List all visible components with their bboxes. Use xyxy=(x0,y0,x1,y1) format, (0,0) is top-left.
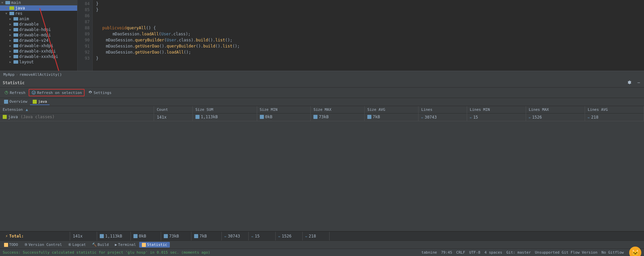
total-size-sum: 1,113kB xyxy=(105,234,122,238)
refresh-on-selection-button[interactable]: Refresh on selection xyxy=(29,89,84,96)
refresh-button[interactable]: Refresh xyxy=(2,90,27,96)
total-lines-avg-icon: ✏ xyxy=(305,234,307,238)
tab-build[interactable]: 🔨 Build xyxy=(89,242,112,248)
tab-statistic[interactable]: Statistic xyxy=(139,242,170,248)
total-lines-cell: ✏ 30743 xyxy=(222,232,249,241)
tree-item-anim[interactable]: ▶ anim xyxy=(0,16,77,22)
col-lines-max[interactable]: Lines MAX xyxy=(526,106,585,114)
vc-label: Version Control xyxy=(29,243,62,247)
status-bar: Success: Successfully calculated statist… xyxy=(0,249,644,256)
tab-java-label: java xyxy=(38,99,47,104)
size-max-icon xyxy=(313,115,317,119)
gear-settings-button[interactable] xyxy=(625,79,634,86)
total-lines-min: 15 xyxy=(255,234,259,238)
table-row[interactable]: java (Java classes) 141x 1,113kB xyxy=(0,114,644,121)
tab-overview[interactable]: Overview xyxy=(1,99,30,105)
expand-arrow-java: ▼ xyxy=(5,6,9,10)
col-extension-label: Extension xyxy=(3,107,23,112)
expand-arrow-drawable-xxxhdpi: ▶ xyxy=(9,55,13,58)
todo-label: TODO xyxy=(9,243,18,247)
statistic-panel: Statistic ─ xyxy=(0,78,644,241)
col-size-min[interactable]: Size MIN xyxy=(257,106,311,114)
breadcrumb-part-app: MyApp xyxy=(3,72,14,77)
refresh-label: Refresh xyxy=(10,91,25,95)
refresh-icon xyxy=(4,90,9,95)
tree-label-drawable-xxxhdpi: drawable-xxxhdpi xyxy=(19,54,58,59)
todo-icon xyxy=(4,243,8,247)
tree-label-res: res xyxy=(15,11,23,16)
col-lines-min[interactable]: Lines MIN xyxy=(467,106,526,114)
folder-icon-drawable-xxxhdpi xyxy=(13,55,18,58)
line-numbers: 84 85 86 87 88 89 90 91 92 93 xyxy=(78,0,93,71)
col-size-max[interactable]: Size MAX xyxy=(311,106,365,114)
code-editor: 84 85 86 87 88 89 90 91 92 93 } } public xyxy=(78,0,644,71)
tree-label-main: main xyxy=(11,0,21,5)
folder-icon-res xyxy=(9,12,14,15)
settings-icon xyxy=(88,90,93,95)
vc-icon: ⑨ xyxy=(24,243,28,247)
java-file-icon xyxy=(3,115,7,119)
tab-todo[interactable]: TODO xyxy=(1,242,21,248)
tree-label-drawable-mdpi: drawable-mdpi xyxy=(19,33,51,37)
tree-item-main[interactable]: ▼ main xyxy=(0,0,77,5)
statistic-tab-icon xyxy=(142,243,146,247)
tree-item-drawable-hdpi[interactable]: ▶ drawable-hdpi xyxy=(0,27,77,32)
cell-size-avg: 7kB xyxy=(365,114,419,121)
tree-item-res[interactable]: ▼ res xyxy=(0,11,77,16)
status-right: tabnine 79:45 CRLF UTF-8 4 spaces Git: m… xyxy=(421,247,641,256)
tree-item-drawable-xhdpi[interactable]: ▶ drawable-xhdpi xyxy=(0,43,77,49)
data-table-wrapper[interactable]: Extension ▲ Count Size SUM Size MIN Size… xyxy=(0,106,644,231)
expand-arrow-drawable-xxhdpi: ▶ xyxy=(9,50,13,53)
col-size-avg[interactable]: Size AVG xyxy=(365,106,419,114)
total-size-max-icon xyxy=(164,234,168,238)
tree-item-drawable-xxxhdpi[interactable]: ▶ drawable-xxxhdpi xyxy=(0,54,77,59)
breadcrumb-part-method: removeAllActivity() xyxy=(20,72,62,77)
folder-icon-main xyxy=(5,1,10,4)
total-icon: ⚡ xyxy=(5,234,8,238)
tab-java[interactable]: java xyxy=(30,99,50,105)
tree-item-java[interactable]: ▼ java xyxy=(0,5,77,11)
total-size-avg: 7kB xyxy=(200,234,207,238)
breadcrumb-separator: › xyxy=(16,72,18,77)
total-size-min-cell: 0kB xyxy=(131,232,161,241)
panel-header-right: ─ xyxy=(625,79,641,86)
total-lines-avg-cell: ✏ 218 xyxy=(303,232,330,241)
tab-version-control[interactable]: ⑨ Version Control xyxy=(22,242,65,248)
tab-terminal[interactable]: ▶ Terminal xyxy=(112,242,139,248)
cursor-position: 79:45 xyxy=(441,250,452,255)
expand-arrow-main: ▼ xyxy=(1,1,5,4)
total-lines-max-icon: ✏ xyxy=(278,234,280,238)
cell-extension: java (Java classes) xyxy=(0,114,154,121)
settings-button[interactable]: Settings xyxy=(86,90,114,96)
minimize-icon: ─ xyxy=(638,81,640,85)
tree-label-anim: anim xyxy=(19,17,29,21)
tree-item-drawable-mdpi[interactable]: ▶ drawable-mdpi xyxy=(0,32,77,38)
line-ending: CRLF xyxy=(456,250,465,255)
tree-label-drawable-xhdpi: drawable-xhdpi xyxy=(19,43,53,48)
col-count[interactable]: Count xyxy=(154,106,192,114)
tree-item-drawable-xxhdpi[interactable]: ▶ drawable-xxhdpi xyxy=(0,49,77,54)
cell-lines-max: ✏ 1526 xyxy=(526,114,585,121)
tree-item-drawable[interactable]: ▶ drawable xyxy=(0,22,77,27)
toolbar: Refresh Refresh on selection Settin xyxy=(0,88,644,98)
panel-header: Statistic ─ xyxy=(0,78,644,88)
total-label-cell: ⚡ Total: xyxy=(3,232,70,241)
col-lines[interactable]: Lines xyxy=(418,106,467,114)
col-size-sum[interactable]: Size SUM xyxy=(192,106,257,114)
col-extension[interactable]: Extension ▲ xyxy=(0,106,154,114)
col-lines-avg[interactable]: Lines AVG xyxy=(585,106,644,114)
folder-icon-drawable-hdpi xyxy=(13,28,18,31)
size-avg-icon xyxy=(367,115,371,119)
expand-arrow-drawable-hdpi: ▶ xyxy=(9,28,13,31)
logcat-icon: ⑥ xyxy=(68,243,71,247)
tree-item-drawable-v24[interactable]: ▶ drawable-v24 xyxy=(0,38,77,43)
tree-label-drawable: drawable xyxy=(19,22,39,27)
total-lines-min-cell: ✏ 15 xyxy=(249,232,276,241)
total-count: 141x xyxy=(73,234,83,238)
minimize-button[interactable]: ─ xyxy=(636,80,641,86)
expand-arrow-anim: ▶ xyxy=(9,17,13,21)
terminal-label: Terminal xyxy=(118,243,136,247)
tree-item-layout[interactable]: ▶ layout xyxy=(0,59,77,65)
tab-logcat[interactable]: ⑥ Logcat xyxy=(65,242,89,248)
code-content: } } public void queryAll () { mDaoSessio… xyxy=(93,0,644,71)
